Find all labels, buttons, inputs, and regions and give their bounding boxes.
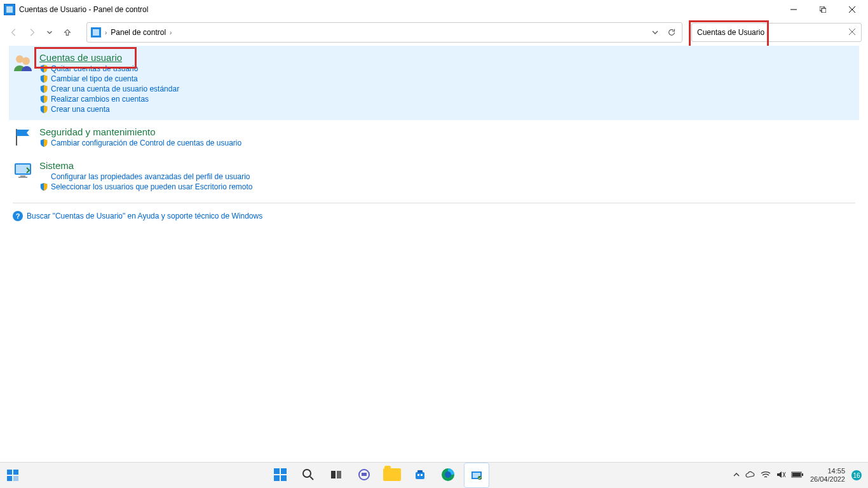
tray-overflow-icon[interactable] [733,471,740,480]
title-bar: Cuentas de Usuario - Panel de control [0,0,868,19]
system-icon [13,160,33,180]
svg-rect-41 [792,473,801,477]
shield-icon [39,182,48,191]
volume-icon[interactable] [776,470,786,481]
result-link-label[interactable]: Seleccionar los usuarios que pueden usar… [51,182,253,191]
control-panel-icon [4,4,15,15]
breadcrumb-root[interactable]: Panel de control [111,28,166,37]
shield-icon [39,64,48,73]
shield-icon [39,139,48,147]
onedrive-icon[interactable] [745,471,756,480]
shield-icon [39,95,48,104]
result-link[interactable]: Cambiar el tipo de cuenta [39,74,179,83]
svg-point-8 [22,57,30,65]
up-button[interactable] [60,25,75,40]
svg-point-36 [478,476,482,480]
svg-rect-12 [20,175,25,177]
result-link[interactable]: Crear una cuenta [39,105,179,114]
svg-point-33 [445,471,451,478]
close-button[interactable] [837,0,867,19]
search-input[interactable] [696,27,847,37]
svg-rect-30 [417,474,419,476]
folder-icon [383,468,401,481]
result-group-cuentas[interactable]: Cuentas de usuario Quitar cuentas de usu… [9,46,859,120]
control-panel-task-button[interactable] [464,463,489,488]
result-link[interactable]: Cambiar configuración de Control de cuen… [39,139,241,147]
result-link-label[interactable]: Cambiar configuración de Control de cuen… [51,139,241,147]
clock-date: 26/04/2022 [810,475,845,484]
file-explorer-button[interactable] [380,463,404,487]
result-link[interactable]: Realizar cambios en cuentas [39,95,179,104]
store-button[interactable] [408,463,432,487]
result-group-seguridad[interactable]: Seguridad y mantenimiento Cambiar config… [9,120,859,154]
wifi-icon[interactable] [761,471,771,480]
clock[interactable]: 14:55 26/04/2022 [810,467,845,484]
address-bar[interactable]: › Panel de control › [86,22,682,43]
result-title[interactable]: Sistema [39,160,253,171]
battery-icon[interactable] [791,471,804,480]
taskbar-center [25,463,733,488]
forward-button[interactable] [24,25,39,40]
svg-rect-14 [7,470,12,475]
help-search-row[interactable]: ? Buscar "Cuentas de Usuario" en Ayuda y… [9,208,859,224]
svg-rect-15 [13,470,18,475]
svg-rect-29 [417,470,423,473]
task-view-button[interactable] [324,463,348,487]
control-panel-icon [91,27,101,37]
svg-rect-27 [362,473,367,476]
shield-icon [39,74,48,83]
svg-rect-40 [802,473,803,476]
minimize-button[interactable] [779,0,808,19]
search-results: Cuentas de usuario Quitar cuentas de usu… [0,46,868,224]
svg-point-22 [303,470,311,477]
result-title[interactable]: Cuentas de usuario [39,52,179,63]
result-link-label[interactable]: Configurar las propiedades avanzadas del… [51,172,250,181]
shield-icon [39,85,48,93]
refresh-button[interactable] [665,28,678,37]
result-link[interactable]: Seleccionar los usuarios que pueden usar… [39,182,253,191]
result-link-label[interactable]: Crear una cuenta [51,105,110,114]
svg-rect-20 [274,475,280,481]
chat-button[interactable] [352,463,376,487]
svg-rect-31 [421,474,423,476]
clear-search-icon[interactable] [847,28,857,37]
svg-rect-25 [337,471,341,478]
chevron-right-icon: › [170,29,172,36]
user-accounts-icon [13,52,33,72]
shield-icon [39,105,48,114]
security-flag-icon [13,126,33,147]
result-link-label[interactable]: Quitar cuentas de usuario [51,64,138,73]
maximize-button[interactable] [808,0,837,19]
start-button[interactable] [268,463,292,487]
edge-button[interactable] [436,463,460,487]
nav-row: › Panel de control › [0,19,868,46]
svg-line-23 [310,477,313,480]
svg-rect-28 [416,472,424,479]
back-button[interactable] [6,25,22,40]
help-icon: ? [13,211,23,221]
search-button[interactable] [296,463,320,487]
result-group-sistema[interactable]: Sistema Configurar las propiedades avanz… [9,154,859,198]
search-box[interactable] [691,23,862,42]
svg-rect-2 [822,8,826,13]
recent-button[interactable] [42,25,57,40]
result-link-label[interactable]: Cambiar el tipo de cuenta [51,74,138,83]
window-title: Cuentas de Usuario - Panel de control [19,5,148,14]
result-link-label[interactable]: Realizar cambios en cuentas [51,95,149,104]
svg-rect-18 [274,468,280,474]
svg-rect-16 [7,476,12,481]
help-search-label[interactable]: Buscar "Cuentas de Usuario" en Ayuda y s… [27,212,262,220]
result-link[interactable]: Quitar cuentas de usuario [39,64,179,73]
chevron-right-icon: › [105,29,107,36]
result-title[interactable]: Seguridad y mantenimiento [39,126,241,137]
notification-badge[interactable]: 16 [851,470,862,480]
address-dropdown-button[interactable] [649,29,661,36]
result-link-label[interactable]: Crear una cuenta de usuario estándar [51,85,179,93]
system-tray: 14:55 26/04/2022 16 [733,467,868,484]
result-link[interactable]: Configurar las propiedades avanzadas del… [39,172,253,181]
svg-rect-24 [331,471,336,478]
clock-time: 14:55 [827,467,845,475]
widgets-button[interactable] [1,463,25,487]
taskbar: 14:55 26/04/2022 16 [0,462,868,488]
result-link[interactable]: Crear una cuenta de usuario estándar [39,85,179,93]
